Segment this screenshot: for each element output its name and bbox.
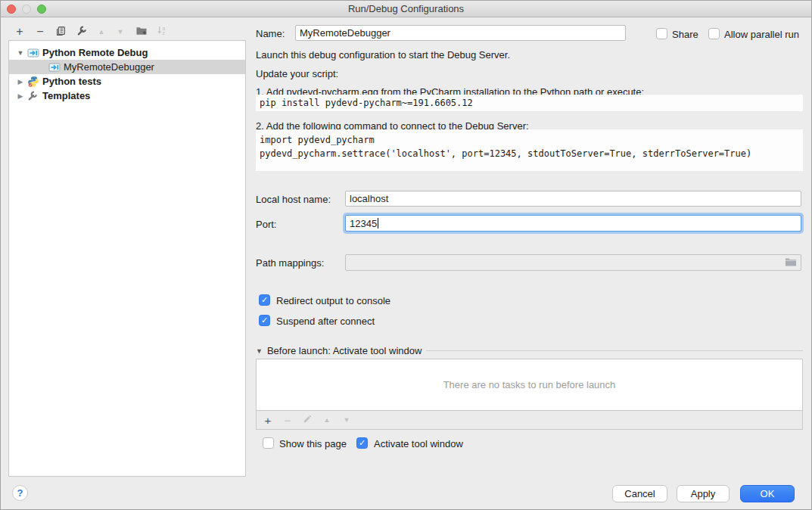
move-down-button[interactable]: ▼	[112, 23, 129, 40]
edit-task-button[interactable]	[299, 412, 316, 428]
allow-parallel-run-label: Allow parallel run	[724, 29, 799, 40]
intro-text: Launch this debug configuration to start…	[256, 49, 510, 61]
move-task-down-button[interactable]: ▼	[338, 412, 355, 428]
chevron-expanded-icon[interactable]: ▼	[17, 49, 24, 57]
copy-configuration-button[interactable]	[52, 23, 69, 40]
before-launch-divider	[426, 350, 803, 351]
run-debug-configurations-dialog: Run/Debug Configurations + − ▲ ▼ az ▼ Py…	[0, 0, 812, 510]
tree-item-templates[interactable]: ▶ Templates	[9, 89, 245, 103]
wrench-icon	[27, 90, 39, 102]
suspend-after-connect-label: Suspend after connect	[276, 316, 375, 327]
local-host-name-input[interactable]	[345, 191, 801, 207]
copy-icon	[55, 26, 66, 39]
path-mappings-input[interactable]	[345, 254, 801, 271]
name-label: Name:	[256, 28, 285, 39]
share-checkbox[interactable]	[656, 28, 667, 39]
tree-item-myremotedebugger[interactable]: MyRemoteDebugger	[9, 60, 245, 74]
activate-tool-window-label: Activate tool window	[374, 438, 463, 449]
folder-icon[interactable]	[785, 257, 797, 269]
new-folder-icon	[135, 25, 148, 39]
local-host-name-label: Local host name:	[256, 194, 331, 205]
question-mark-icon: ?	[17, 487, 23, 499]
port-input[interactable]: 12345	[345, 215, 801, 232]
edit-defaults-button[interactable]	[73, 23, 90, 40]
empty-tasks-message: There are no tasks to run before launch	[443, 379, 616, 390]
share-label: Share	[672, 29, 698, 40]
show-this-page-checkbox[interactable]	[263, 437, 274, 449]
tree-item-python-tests[interactable]: ▶ Python tests	[9, 74, 245, 89]
remote-debug-icon	[27, 47, 39, 59]
path-mappings-label: Path mappings:	[256, 257, 324, 269]
allow-parallel-run-checkbox[interactable]	[708, 28, 720, 39]
tree-item-label: Python tests	[42, 76, 101, 87]
settrace-code: import pydevd_pycharm pydevd_pycharm.set…	[256, 129, 803, 171]
tasks-toolbar: + − ▲ ▼	[256, 411, 803, 430]
remote-debug-icon	[48, 61, 61, 73]
svg-text:z: z	[162, 30, 164, 36]
update-script-text: Update your script:	[256, 68, 338, 79]
collapse-section-icon[interactable]: ▼	[256, 347, 263, 355]
move-task-up-button[interactable]: ▲	[319, 412, 335, 428]
sort-configurations-button[interactable]: az	[153, 23, 170, 40]
chevron-collapsed-icon[interactable]: ▶	[17, 92, 24, 100]
tree-item-python-remote-debug[interactable]: ▼ Python Remote Debug	[9, 45, 245, 60]
remove-configuration-button[interactable]: −	[32, 23, 48, 40]
window-title: Run/Debug Configurations	[1, 3, 811, 14]
chevron-collapsed-icon[interactable]: ▶	[17, 78, 24, 86]
sort-az-icon: az	[156, 25, 167, 39]
redirect-output-checkbox[interactable]: ✓	[259, 294, 270, 306]
cancel-button[interactable]: Cancel	[612, 485, 667, 502]
text-caret	[378, 218, 378, 229]
redirect-output-label: Redirect output to console	[276, 295, 390, 306]
show-this-page-label: Show this page	[279, 438, 347, 449]
before-launch-title: Before launch: Activate tool window	[267, 345, 422, 356]
add-task-button[interactable]: +	[260, 412, 276, 428]
pencil-icon	[302, 414, 313, 426]
remove-task-button[interactable]: −	[279, 412, 296, 428]
check-icon: ✓	[359, 439, 366, 447]
python-tests-icon	[27, 76, 39, 88]
wrench-icon	[76, 25, 88, 39]
suspend-after-connect-checkbox[interactable]: ✓	[259, 315, 270, 326]
check-icon: ✓	[261, 296, 268, 304]
before-launch-tasks-list[interactable]: There are no tasks to run before launch	[256, 359, 803, 411]
titlebar[interactable]: Run/Debug Configurations	[1, 1, 811, 17]
apply-button[interactable]: Apply	[677, 485, 730, 502]
configurations-tree: ▼ Python Remote Debug MyRemoteDebugger ▶…	[8, 40, 246, 477]
tree-item-label: Python Remote Debug	[42, 47, 148, 58]
before-launch-header[interactable]: ▼ Before launch: Activate tool window	[256, 345, 803, 356]
name-input[interactable]	[295, 25, 626, 41]
tree-item-label: MyRemoteDebugger	[64, 61, 154, 73]
pip-install-code: pip install pydevd-pycharm~=191.6605.12	[256, 95, 803, 111]
add-configuration-button[interactable]: +	[11, 23, 28, 40]
port-label: Port:	[256, 219, 276, 230]
create-folder-button[interactable]	[133, 23, 150, 40]
activate-tool-window-checkbox[interactable]: ✓	[356, 437, 368, 449]
ok-button[interactable]: OK	[740, 485, 795, 502]
check-icon: ✓	[261, 316, 268, 325]
help-button[interactable]: ?	[12, 485, 28, 501]
tree-item-label: Templates	[42, 90, 90, 101]
move-up-button[interactable]: ▲	[93, 23, 110, 40]
